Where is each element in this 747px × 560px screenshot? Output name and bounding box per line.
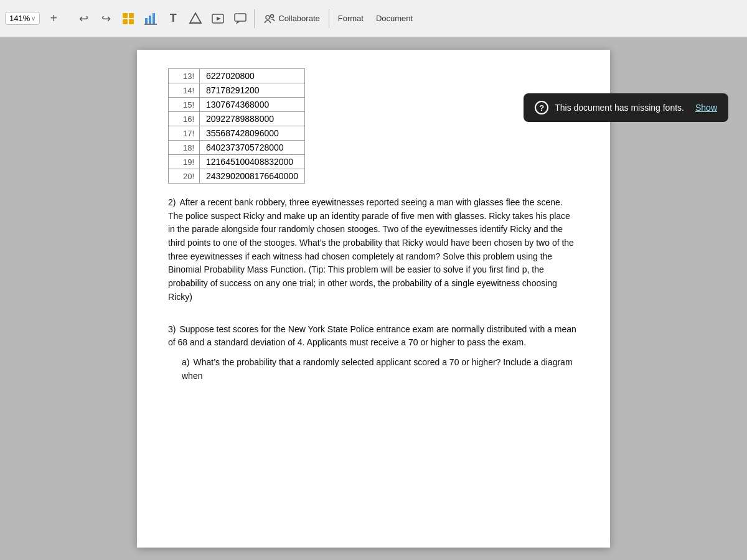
add-page-button[interactable]: + <box>42 7 65 30</box>
row-num-cell: 18! <box>169 141 200 155</box>
toolbar-left: 141% ∨ + <box>5 7 65 30</box>
question-3-text: Suppose test scores for the New York Sta… <box>168 324 576 348</box>
toolbar-document[interactable]: Document <box>370 7 419 30</box>
question-3-sub-a: a)What’s the probability that a randomly… <box>182 356 579 383</box>
row-val-cell: 2432902008176640000 <box>200 169 305 184</box>
svg-marker-10 <box>217 17 221 21</box>
question-3-num: 3) <box>168 324 176 334</box>
format-label: Format <box>338 14 364 23</box>
missing-fonts-message: This document has missing fonts. <box>555 103 684 113</box>
sub-a-label: a) <box>182 357 189 367</box>
chart-icon-button[interactable] <box>139 7 162 30</box>
toolbar-menu: Collaborate Format Document <box>257 7 742 30</box>
question-icon: ? <box>535 101 548 114</box>
table-row: 18! 6402373705728000 <box>169 141 305 155</box>
row-val-cell: 121645100408832000 <box>200 155 305 169</box>
row-num-cell: 17! <box>169 126 200 141</box>
zoom-chevron: ∨ <box>31 15 35 22</box>
toolbar-divider-2 <box>329 9 329 28</box>
table-row: 13! 6227020800 <box>169 69 305 83</box>
comment-icon-button[interactable] <box>229 7 251 30</box>
undo-button[interactable]: ↩ <box>72 7 95 30</box>
shape-icon-button[interactable] <box>184 7 207 30</box>
table-grid-icon <box>121 12 135 26</box>
toolbar-format[interactable]: Format <box>332 7 370 30</box>
svg-point-14 <box>271 14 274 17</box>
row-num-cell: 19! <box>169 155 200 169</box>
collaborate-label: Collaborate <box>278 14 320 23</box>
text-icon-button[interactable]: T <box>162 7 184 30</box>
redo-button[interactable]: ↪ <box>95 7 117 30</box>
question-2-num: 2) <box>168 197 176 207</box>
svg-rect-1 <box>129 13 134 18</box>
sub-a-text: What’s the probability that a randomly s… <box>182 357 573 381</box>
row-val-cell: 1307674368000 <box>200 98 305 112</box>
zoom-label: 141% <box>9 14 30 23</box>
comment-icon <box>233 12 247 26</box>
bar-chart-icon <box>144 12 157 26</box>
text-T-icon: T <box>170 12 177 25</box>
show-fonts-button[interactable]: Show <box>695 103 717 113</box>
missing-fonts-banner: ? This document has missing fonts. Show <box>524 93 728 122</box>
row-val-cell: 355687428096000 <box>200 126 305 141</box>
document-label: Document <box>376 14 413 23</box>
svg-rect-4 <box>145 18 148 24</box>
table-row: 20! 2432902008176640000 <box>169 169 305 184</box>
table-row: 15! 1307674368000 <box>169 98 305 112</box>
row-num-cell: 20! <box>169 169 200 184</box>
table-row: 16! 20922789888000 <box>169 112 305 126</box>
question-2-text: After a recent bank robbery, three eyewi… <box>168 197 574 302</box>
row-num-cell: 15! <box>169 98 200 112</box>
toolbar-divider-1 <box>254 9 255 28</box>
question-2-block: 2)After a recent bank robbery, three eye… <box>168 196 579 304</box>
svg-rect-0 <box>123 13 128 18</box>
svg-marker-8 <box>190 13 201 23</box>
svg-point-13 <box>266 16 270 19</box>
document-area: ? This document has missing fonts. Show … <box>0 37 747 560</box>
svg-rect-3 <box>129 19 134 24</box>
row-val-cell: 6402373705728000 <box>200 141 305 155</box>
question-3-block: 3)Suppose test scores for the New York S… <box>168 323 579 383</box>
redo-icon: ↪ <box>101 12 111 26</box>
plus-icon: + <box>50 11 57 26</box>
row-val-cell: 20922789888000 <box>200 112 305 126</box>
table-icon-button[interactable] <box>117 7 139 30</box>
row-val-cell: 6227020800 <box>200 69 305 83</box>
media-icon-button[interactable] <box>207 7 229 30</box>
svg-rect-6 <box>153 13 155 24</box>
page-content: 13! 6227020800 14! 87178291200 15! 13076… <box>137 50 610 548</box>
toolbar: 141% ∨ + ↩ ↪ T <box>0 0 747 37</box>
undo-icon: ↩ <box>79 12 88 26</box>
svg-rect-2 <box>123 19 128 24</box>
table-row: 14! 87178291200 <box>169 83 305 98</box>
row-num-cell: 13! <box>169 69 200 83</box>
collaborate-icon <box>263 12 276 25</box>
row-val-cell: 87178291200 <box>200 83 305 98</box>
zoom-control[interactable]: 141% ∨ <box>5 12 40 25</box>
svg-rect-11 <box>235 14 246 21</box>
table-row: 19! 121645100408832000 <box>169 155 305 169</box>
row-num-cell: 14! <box>169 83 200 98</box>
media-icon <box>211 12 225 26</box>
shape-icon <box>189 12 202 26</box>
factorial-table: 13! 6227020800 14! 87178291200 15! 13076… <box>168 68 305 184</box>
row-num-cell: 16! <box>169 112 200 126</box>
svg-rect-5 <box>149 16 151 24</box>
toolbar-collaborate[interactable]: Collaborate <box>257 7 326 30</box>
table-row: 17! 355687428096000 <box>169 126 305 141</box>
